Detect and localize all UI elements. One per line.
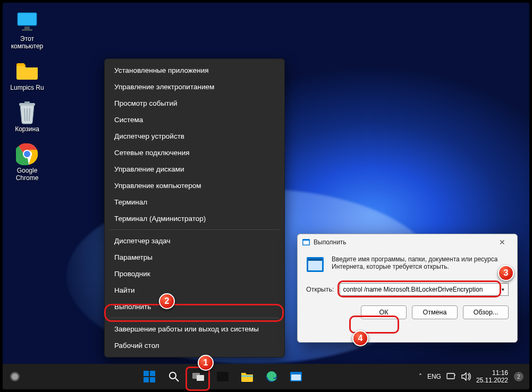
svg-rect-3 — [22, 29, 32, 31]
desktop-icon-label: Lumpics Ru — [10, 84, 44, 91]
desktop-icon-this-pc[interactable]: Этоткомпьютер — [6, 11, 48, 50]
svg-rect-16 — [308, 259, 322, 261]
folder-icon — [15, 59, 39, 83]
desktop-icon-recycle-bin[interactable]: Корзина — [6, 101, 48, 133]
desktop-icon-folder[interactable]: Lumpics Ru — [6, 59, 48, 91]
menu-settings[interactable]: Параметры — [105, 249, 284, 266]
clock-time: 11:16 — [476, 369, 508, 377]
menu-explorer[interactable]: Проводник — [105, 266, 284, 282]
run-taskbar-button[interactable] — [285, 366, 307, 387]
svg-rect-19 — [143, 371, 149, 376]
menu-run[interactable]: Выполнить — [105, 299, 284, 315]
run-window-icon — [302, 238, 310, 246]
widgets-button[interactable] — [4, 366, 26, 387]
svg-rect-20 — [150, 371, 155, 376]
edge-button[interactable] — [261, 366, 282, 387]
svg-rect-0 — [18, 13, 37, 25]
menu-shutdown[interactable]: Завершение работы или выход из системы — [105, 321, 284, 337]
menu-device-manager[interactable]: Диспетчер устройств — [105, 128, 284, 144]
clock-date: 25.11.2022 — [476, 377, 508, 384]
svg-rect-28 — [241, 376, 253, 377]
menu-event-viewer[interactable]: Просмотр событий — [105, 95, 284, 112]
trash-icon — [15, 101, 39, 124]
desktop-icon-label: Корзина — [15, 125, 39, 133]
menu-terminal-admin[interactable]: Терминал (Администратор) — [105, 210, 284, 227]
menu-separator — [110, 318, 279, 318]
svg-rect-26 — [197, 375, 204, 381]
search-button[interactable] — [163, 366, 184, 387]
svg-point-18 — [12, 373, 18, 380]
menu-network[interactable]: Сетевые подключения — [105, 144, 284, 161]
ok-button[interactable]: ОК — [361, 305, 407, 319]
desktop-icon-label: GoogleChrome — [16, 167, 39, 182]
taskbar: ˄ ENG 11:16 25.11.2022 2 — [3, 364, 529, 389]
language-indicator[interactable]: ENG — [427, 373, 441, 380]
chrome-icon — [15, 142, 39, 166]
start-context-menu: Установленные приложения Управление элек… — [104, 58, 285, 357]
run-description: Введите имя программы, папки, документа … — [332, 255, 509, 274]
svg-rect-32 — [447, 373, 454, 379]
volume-icon[interactable] — [461, 372, 471, 381]
task-view-button[interactable] — [188, 366, 209, 387]
clock[interactable]: 11:16 25.11.2022 — [476, 369, 508, 384]
menu-system[interactable]: Система — [105, 112, 284, 128]
svg-point-11 — [24, 151, 30, 157]
cancel-button[interactable]: Отмена — [412, 305, 458, 319]
svg-rect-22 — [150, 377, 155, 382]
run-title-text: Выполнить — [314, 238, 347, 246]
network-icon[interactable] — [446, 373, 456, 380]
tray-chevron-icon[interactable]: ˄ — [419, 373, 422, 380]
menu-desktop[interactable]: Рабочий стол — [105, 337, 284, 354]
file-explorer-button[interactable] — [237, 366, 258, 387]
notifications-button[interactable]: 2 — [513, 371, 524, 382]
run-open-label: Открыть: — [306, 286, 334, 293]
svg-rect-21 — [143, 377, 149, 382]
close-button[interactable]: ✕ — [492, 238, 513, 246]
svg-point-23 — [170, 372, 176, 379]
svg-line-24 — [175, 378, 179, 381]
svg-text:2: 2 — [517, 373, 520, 380]
run-dialog: Выполнить ✕ Введите имя программы, папки… — [297, 234, 518, 343]
desktop-icon-chrome[interactable]: GoogleChrome — [6, 142, 48, 182]
svg-rect-27 — [217, 372, 229, 381]
svg-rect-13 — [303, 241, 309, 245]
svg-rect-2 — [24, 27, 30, 29]
run-input[interactable] — [340, 283, 509, 296]
run-titlebar[interactable]: Выполнить ✕ — [298, 234, 517, 250]
monitor-icon — [15, 11, 39, 34]
menu-search[interactable]: Найти — [105, 282, 284, 299]
taskbar-app-dark[interactable] — [212, 366, 233, 387]
svg-line-8 — [29, 108, 30, 121]
run-app-icon — [306, 255, 324, 274]
menu-power-options[interactable]: Управление электропитанием — [105, 79, 284, 95]
run-dropdown-button[interactable]: ▾ — [498, 283, 509, 296]
browse-button[interactable]: Обзор... — [463, 305, 509, 319]
desktop-icon-label: Этоткомпьютер — [11, 35, 44, 50]
svg-rect-5 — [24, 101, 30, 104]
svg-rect-31 — [291, 374, 301, 380]
start-button[interactable] — [139, 366, 160, 387]
menu-separator — [110, 229, 279, 230]
menu-disk-mgmt[interactable]: Управление дисками — [105, 161, 284, 177]
menu-terminal[interactable]: Терминал — [105, 194, 284, 210]
svg-line-6 — [24, 108, 25, 121]
menu-installed-apps[interactable]: Установленные приложения — [105, 62, 284, 79]
menu-task-manager[interactable]: Диспетчер задач — [105, 233, 284, 249]
menu-computer-mgmt[interactable]: Управление компьютером — [105, 177, 284, 194]
svg-rect-15 — [308, 261, 322, 270]
